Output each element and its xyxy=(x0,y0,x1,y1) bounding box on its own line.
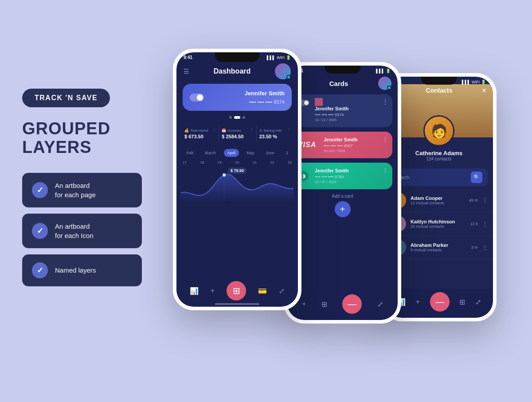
contact-details-2: Abraham Parker 9 mutual contacts xyxy=(411,242,467,252)
menu-icon-dash[interactable]: ☰ xyxy=(184,68,189,75)
dashboard-screen: 9:41 ▌▌▌ WiFi 🔋 ☰ Dashboard Jennifer Smi… xyxy=(176,52,298,307)
nav-center-dash[interactable]: ⊞ xyxy=(227,281,246,301)
nav-card-contacts[interactable]: ⊞ xyxy=(459,298,465,306)
home-indicator-dash xyxy=(215,303,259,305)
month-j[interactable]: J xyxy=(282,149,292,157)
nav-card-cards[interactable]: ⤢ xyxy=(377,300,383,308)
month-february[interactable]: Feb xyxy=(183,149,197,157)
chart-dates: 17 18 19 20 21 22 23 xyxy=(181,160,293,164)
more-dots-2[interactable]: ⋮ xyxy=(287,128,291,132)
card-item-teal[interactable]: ◑ Jennifer Smith •••• •••• •••• 8789 20 … xyxy=(293,163,392,189)
stats-row: 💰 Total saved $ 673.50 ⋮ 📅 Incomes $ 258… xyxy=(176,125,298,143)
more-dots-0[interactable]: ⋮ xyxy=(212,128,216,132)
nav-expand-contacts[interactable]: ⤢ xyxy=(475,298,481,306)
nav-center-cards[interactable]: — xyxy=(342,294,362,314)
nav-chart-cards[interactable]: + xyxy=(302,300,306,308)
card-toggle-main[interactable] xyxy=(190,94,204,101)
month-may[interactable]: May xyxy=(243,149,258,157)
card-more-1[interactable]: ⋮ xyxy=(383,136,388,142)
avatar-dashboard[interactable] xyxy=(275,63,291,79)
check-icon-1 xyxy=(32,223,48,239)
card-icon-0 xyxy=(315,98,323,106)
feature-text-0: An artboard for each page xyxy=(55,181,96,199)
card-more-0[interactable]: ⋮ xyxy=(383,99,388,105)
card-name-0: Jennifer Smith xyxy=(315,106,386,111)
contact-details-1: Kaitlyn Hutchinson 25 mutual contacts xyxy=(411,219,466,229)
search-button[interactable]: 🔍 xyxy=(471,172,482,183)
card-item-pink[interactable]: VISA Jennifer Smith •••• •••• •••• 4567 … xyxy=(293,132,392,158)
card-date-2: 20 / 07 / 2024 xyxy=(315,180,386,184)
more-icon-2[interactable]: ⋮ xyxy=(482,244,488,250)
cards-header: ☰ Cards xyxy=(287,73,398,94)
card-date-1: 39.420 / 2023 xyxy=(324,149,386,153)
nav-card-dash[interactable]: 💳 xyxy=(258,287,267,295)
cards-screen: 9:41 ▌▌▌ 🔋 ☰ Cards Jennifer Smith •••• •… xyxy=(287,66,398,320)
card-number-1: •••• •••• •••• 4567 xyxy=(324,144,386,148)
chart-area: 17 18 19 20 21 22 23 $ 79.50 xyxy=(176,160,298,205)
add-card-label: Add a card xyxy=(293,194,392,199)
main-card[interactable]: Jennifer Smith •••• •••• •••• 6574 xyxy=(183,84,292,111)
avatar-cards xyxy=(378,77,391,90)
stat-value-1: $ 2584.50 xyxy=(222,134,252,139)
nav-plus-dash[interactable]: + xyxy=(211,287,215,295)
dashboard-title: Dashboard xyxy=(189,67,275,75)
nav-plus-cards[interactable]: ⊞ xyxy=(321,300,327,308)
search-bar[interactable]: Search 🔍 xyxy=(390,168,488,186)
notch-cards xyxy=(325,66,360,74)
stat-label-2: ⊙ Saving rate xyxy=(259,129,290,133)
search-placeholder: Search xyxy=(395,175,467,180)
card-date-0: 12 / 11 / 2025 xyxy=(315,118,386,122)
notch-contacts xyxy=(421,77,457,85)
card-name-1: Jennifer Smith xyxy=(324,137,386,142)
card-item-dark[interactable]: Jennifer Smith •••• •••• •••• 6574 12 / … xyxy=(293,94,392,127)
chart-value-label: $ 79.50 xyxy=(228,168,246,174)
add-card-section: Add a card + xyxy=(293,194,392,217)
feature-text-2: Named layers xyxy=(55,265,96,275)
card-holder-name: Jennifer Smith xyxy=(190,90,285,97)
month-march[interactable]: March xyxy=(201,149,219,157)
months-bar[interactable]: Feb March April May June J xyxy=(176,149,298,157)
close-button[interactable]: ✕ xyxy=(481,87,487,94)
nav-center-contacts[interactable]: — xyxy=(430,292,450,312)
stat-label-0: 💰 Total saved xyxy=(184,129,215,133)
stat-incomes: 📅 Incomes $ 2584.50 ⋮ xyxy=(219,125,255,143)
brand-text: TRACK 'N SAVE xyxy=(35,94,98,101)
nav-expand-dash[interactable]: ⤢ xyxy=(279,287,285,295)
check-icon-0 xyxy=(32,182,48,198)
bottom-nav-cards: + ⊞ — ⤢ xyxy=(287,291,398,320)
bottom-nav-dash: 📊 + ⊞ 💳 ⤢ xyxy=(176,277,298,307)
contact-details-0: Adam Cooper 12 mutual contacts xyxy=(411,195,465,205)
card-number-2: •••• •••• •••• 8789 xyxy=(315,175,386,179)
more-icon-1[interactable]: ⋮ xyxy=(482,221,488,227)
stat-saving-rate: ⊙ Saving rate 23.50 % ⋮ xyxy=(256,125,293,143)
add-card-button[interactable]: + xyxy=(335,201,351,217)
month-june[interactable]: June xyxy=(262,149,278,157)
check-icon-2 xyxy=(32,262,48,278)
brand-badge: TRACK 'N SAVE xyxy=(22,89,110,107)
card-number-0: •••• •••• •••• 6574 xyxy=(315,113,386,117)
status-icons-contacts: ▌▌▌ WiFi 🔋 xyxy=(462,79,486,84)
more-icon-0[interactable]: ⋮ xyxy=(482,197,488,203)
stat-value-0: $ 673.50 xyxy=(184,134,215,139)
nav-chart-dash[interactable]: 📊 xyxy=(190,287,199,295)
notch-dashboard xyxy=(215,52,259,62)
feature-text-1: An artboard for each Icon xyxy=(55,222,94,240)
card-number-main: •••• •••• •••• 6574 xyxy=(190,99,285,105)
card-more-2[interactable]: ⋮ xyxy=(383,167,388,173)
nav-plus-contacts[interactable]: + xyxy=(416,298,420,306)
card-name-2: Jennifer Smith xyxy=(315,168,386,173)
card-dots xyxy=(176,116,298,119)
month-april[interactable]: April xyxy=(224,149,239,157)
avatar-dot-dash xyxy=(286,75,291,79)
avatar-dot-cards xyxy=(387,86,391,90)
stat-label-1: 📅 Incomes xyxy=(222,129,252,133)
stat-total-saved: 💰 Total saved $ 673.50 ⋮ xyxy=(182,125,218,143)
phones-container: 9:41 ▌▌▌ WiFi 🔋 ☰ Contacts ✕ 🧑 xyxy=(124,0,532,402)
phone-dashboard: 9:41 ▌▌▌ WiFi 🔋 ☰ Dashboard Jennifer Smi… xyxy=(173,49,301,310)
profile-avatar: 🧑 xyxy=(423,115,454,146)
stat-value-2: 23.50 % xyxy=(259,134,290,139)
more-dots-1[interactable]: ⋮ xyxy=(250,128,254,132)
dashboard-header: ☰ Dashboard xyxy=(176,60,298,84)
